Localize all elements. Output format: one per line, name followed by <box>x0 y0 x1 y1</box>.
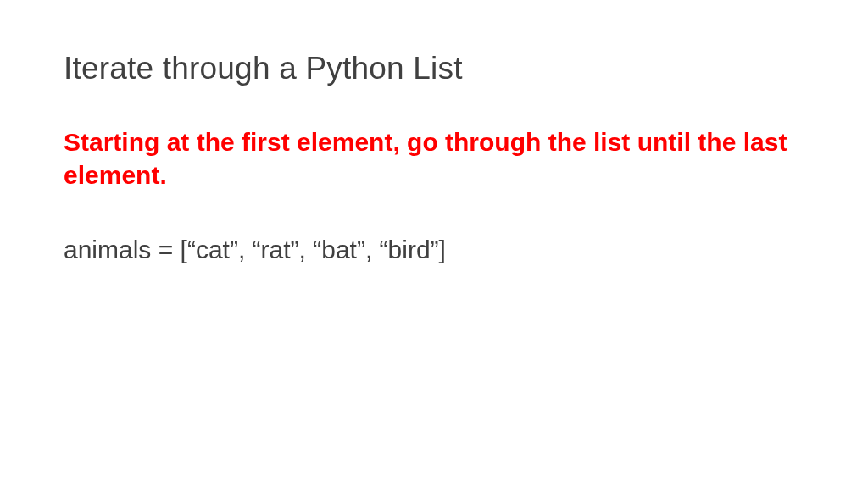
slide-title: Iterate through a Python List <box>64 51 804 86</box>
slide-description: Starting at the first element, go throug… <box>64 125 804 191</box>
code-example: animals = [“cat”, “rat”, “bat”, “bird”] <box>64 236 804 264</box>
